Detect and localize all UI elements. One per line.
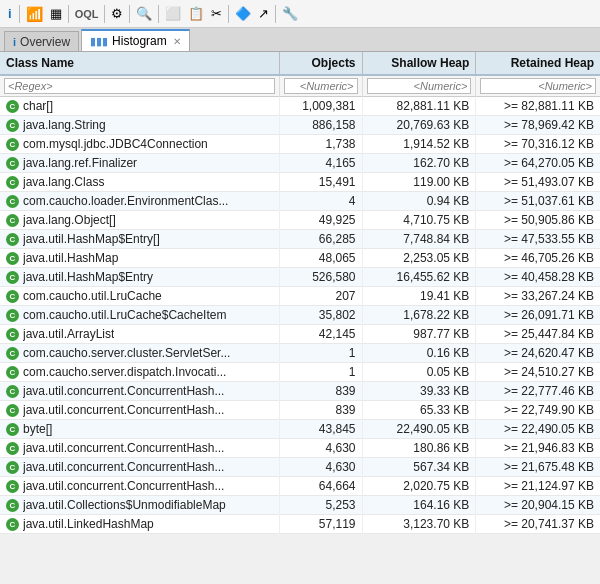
arrow-icon[interactable]: ↗	[255, 4, 272, 23]
col-header-class-name[interactable]: Class Name	[0, 52, 279, 75]
table-row[interactable]: Cjava.util.HashMap$Entry526,58016,455.62…	[0, 268, 600, 287]
shallow-heap-cell: 1,678.22 KB	[362, 306, 476, 325]
table-row[interactable]: Cjava.util.LinkedHashMap57,1193,123.70 K…	[0, 515, 600, 534]
class-name-text: java.util.ArrayList	[23, 327, 114, 341]
list-icon[interactable]: 📋	[185, 4, 207, 23]
search-icon[interactable]: 🔍	[133, 4, 155, 23]
retained-heap-cell: >= 22,777.46 KB	[476, 382, 600, 401]
shallow-heap-cell: 164.16 KB	[362, 496, 476, 515]
class-name-text: java.util.HashMap$Entry[]	[23, 232, 160, 246]
table-row[interactable]: Ccom.caucho.loader.EnvironmentClas...40.…	[0, 192, 600, 211]
shallow-heap-cell: 39.33 KB	[362, 382, 476, 401]
table-header-row: Class Name Objects Shallow Heap Retained…	[0, 52, 600, 75]
filter-icon[interactable]: ⬜	[162, 4, 184, 23]
retained-heap-cell: >= 50,905.86 KB	[476, 211, 600, 230]
objects-cell: 1	[279, 344, 362, 363]
table-row[interactable]: Cjava.util.ArrayList42,145987.77 KB>= 25…	[0, 325, 600, 344]
shallow-heap-cell: 0.94 KB	[362, 192, 476, 211]
class-icon: C	[6, 366, 19, 379]
class-name-text: com.mysql.jdbc.JDBC4Connection	[23, 137, 208, 151]
table-row[interactable]: Cjava.lang.Class15,491119.00 KB>= 51,493…	[0, 173, 600, 192]
retained-heap-cell: >= 20,741.37 KB	[476, 515, 600, 534]
class-icon: C	[6, 461, 19, 474]
tab-close-icon[interactable]: ✕	[173, 36, 181, 47]
objects-cell: 49,925	[279, 211, 362, 230]
table-row[interactable]: Cchar[]1,009,38182,881.11 KB>= 82,881.11…	[0, 97, 600, 116]
class-name-text: java.util.concurrent.ConcurrentHash...	[23, 403, 224, 417]
objects-cell: 66,285	[279, 230, 362, 249]
table-row[interactable]: Cjava.util.concurrent.ConcurrentHash...6…	[0, 477, 600, 496]
col-header-retained-heap[interactable]: Retained Heap	[476, 52, 600, 75]
toolbar-sep-2	[68, 5, 69, 23]
shallow-heap-cell: 2,020.75 KB	[362, 477, 476, 496]
retained-heap-cell: >= 33,267.24 KB	[476, 287, 600, 306]
shape-icon[interactable]: 🔷	[232, 4, 254, 23]
table-row[interactable]: Ccom.caucho.server.dispatch.Invocati...1…	[0, 363, 600, 382]
class-name-text: com.caucho.util.LruCache	[23, 289, 162, 303]
class-icon: C	[6, 100, 19, 113]
objects-cell: 64,664	[279, 477, 362, 496]
class-icon: C	[6, 404, 19, 417]
retained-heap-cell: >= 40,458.28 KB	[476, 268, 600, 287]
objects-cell: 886,158	[279, 116, 362, 135]
table-row[interactable]: Cjava.lang.String886,15820,769.63 KB>= 7…	[0, 116, 600, 135]
col-header-shallow-heap[interactable]: Shallow Heap	[362, 52, 476, 75]
class-icon: C	[6, 233, 19, 246]
tab-overview-label: Overview	[20, 35, 70, 49]
class-name-text: java.util.concurrent.ConcurrentHash...	[23, 460, 224, 474]
table-row[interactable]: Cjava.util.HashMap48,0652,253.05 KB>= 46…	[0, 249, 600, 268]
objects-cell: 839	[279, 382, 362, 401]
sql-icon[interactable]: OQL	[72, 6, 102, 22]
table-row[interactable]: Cjava.util.HashMap$Entry[]66,2857,748.84…	[0, 230, 600, 249]
toolbar-sep-7	[275, 5, 276, 23]
class-name-text: com.caucho.server.dispatch.Invocati...	[23, 365, 226, 379]
class-name-text: java.util.concurrent.ConcurrentHash...	[23, 384, 224, 398]
table-row[interactable]: Cjava.util.concurrent.ConcurrentHash...4…	[0, 458, 600, 477]
objects-cell: 526,580	[279, 268, 362, 287]
filter-objects[interactable]	[284, 78, 358, 94]
table-row[interactable]: Ccom.caucho.server.cluster.ServletSer...…	[0, 344, 600, 363]
tab-overview[interactable]: i Overview	[4, 31, 79, 51]
settings-icon[interactable]: ⚙	[108, 4, 126, 23]
retained-heap-cell: >= 82,881.11 KB	[476, 97, 600, 116]
class-icon: C	[6, 138, 19, 151]
table-icon[interactable]: ▦	[47, 4, 65, 23]
shallow-heap-cell: 180.86 KB	[362, 439, 476, 458]
col-header-objects[interactable]: Objects	[279, 52, 362, 75]
filter-shallow-heap[interactable]	[367, 78, 472, 94]
export-icon[interactable]: 🔧	[279, 4, 301, 23]
tab-histogram[interactable]: ▮▮▮ Histogram ✕	[81, 29, 190, 51]
shallow-heap-cell: 0.05 KB	[362, 363, 476, 382]
bar-chart-icon[interactable]: 📶	[23, 4, 46, 24]
class-icon: C	[6, 499, 19, 512]
class-icon: C	[6, 347, 19, 360]
table-row[interactable]: Cjava.util.concurrent.ConcurrentHash...4…	[0, 439, 600, 458]
table-row[interactable]: Ccom.caucho.util.LruCache20719.41 KB>= 3…	[0, 287, 600, 306]
class-name-text: char[]	[23, 99, 53, 113]
table-row[interactable]: Cjava.lang.ref.Finalizer4,165162.70 KB>=…	[0, 154, 600, 173]
toolbar-sep-6	[228, 5, 229, 23]
histogram-table: Class Name Objects Shallow Heap Retained…	[0, 52, 600, 534]
cut-icon[interactable]: ✂	[208, 4, 225, 23]
shallow-heap-cell: 20,769.63 KB	[362, 116, 476, 135]
table-row[interactable]: Cbyte[]43,84522,490.05 KB>= 22,490.05 KB	[0, 420, 600, 439]
table-row[interactable]: Cjava.lang.Object[]49,9254,710.75 KB>= 5…	[0, 211, 600, 230]
shallow-heap-cell: 2,253.05 KB	[362, 249, 476, 268]
filter-retained-heap[interactable]	[480, 78, 596, 94]
table-row[interactable]: Ccom.mysql.jdbc.JDBC4Connection1,7381,91…	[0, 135, 600, 154]
table-row[interactable]: Cjava.util.concurrent.ConcurrentHash...8…	[0, 401, 600, 420]
retained-heap-cell: >= 24,510.27 KB	[476, 363, 600, 382]
shallow-heap-cell: 7,748.84 KB	[362, 230, 476, 249]
class-name-text: java.util.HashMap$Entry	[23, 270, 153, 284]
shallow-heap-cell: 0.16 KB	[362, 344, 476, 363]
objects-cell: 4,630	[279, 439, 362, 458]
table-row[interactable]: Ccom.caucho.util.LruCache$CacheItem35,80…	[0, 306, 600, 325]
class-icon: C	[6, 518, 19, 531]
class-icon: C	[6, 328, 19, 341]
shallow-heap-cell: 3,123.70 KB	[362, 515, 476, 534]
filter-class-name[interactable]	[4, 78, 275, 94]
table-row[interactable]: Cjava.util.Collections$UnmodifiableMap5,…	[0, 496, 600, 515]
retained-heap-cell: >= 51,493.07 KB	[476, 173, 600, 192]
table-row[interactable]: Cjava.util.concurrent.ConcurrentHash...8…	[0, 382, 600, 401]
shallow-heap-cell: 567.34 KB	[362, 458, 476, 477]
